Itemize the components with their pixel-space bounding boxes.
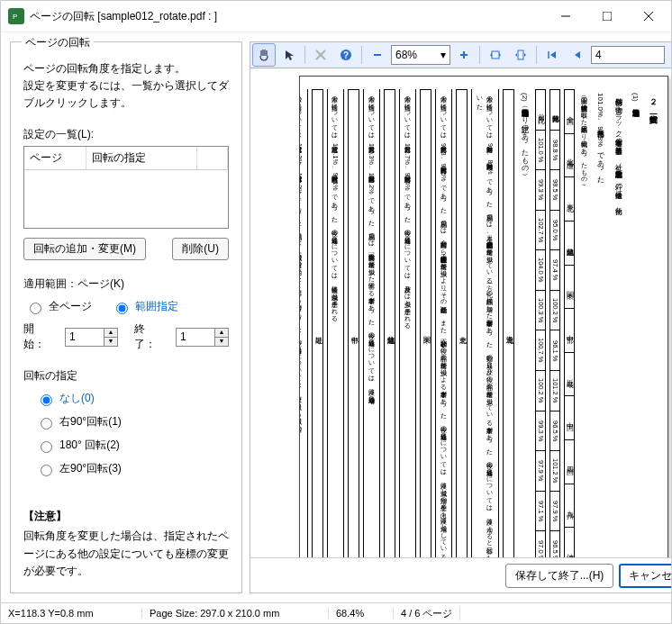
- svg-rect-14: [518, 50, 523, 59]
- preview-viewport[interactable]: ２．一般貨物(1) 地方運輸局等別輸送状況特別積合せ貨物トラック事業者（本年の回…: [250, 68, 671, 557]
- end-input[interactable]: [177, 329, 214, 345]
- zoom-combo[interactable]: 68%▾: [391, 45, 450, 65]
- svg-rect-3: [603, 12, 612, 21]
- radio-none[interactable]: なし(0): [36, 391, 216, 406]
- prev-page-icon[interactable]: [566, 43, 589, 67]
- svg-rect-13: [492, 51, 499, 59]
- arrow-tool[interactable]: [277, 43, 301, 67]
- save-close-button[interactable]: 保存して終了...(H): [505, 564, 614, 588]
- radio-right90[interactable]: 右90°回転(1): [36, 414, 216, 430]
- radio-180[interactable]: 180° 回転(2): [36, 438, 216, 453]
- preview-pane: ? 68%▾ ２．一般貨物(1) 地方運輸局等別輸送状況特別積合せ貨物トラック事…: [250, 41, 671, 593]
- zoom-out-icon[interactable]: [366, 43, 389, 67]
- preview-toolbar: ? 68%▾: [250, 42, 671, 68]
- zoom-in-icon[interactable]: [452, 43, 476, 67]
- start-label: 開始：: [23, 321, 45, 352]
- start-input[interactable]: [66, 329, 104, 345]
- col-rotation: 回転の指定: [86, 147, 197, 169]
- minimize-button[interactable]: [545, 3, 586, 30]
- status-coord: X=118.3 Y=0.8 mm: [1, 608, 142, 619]
- settings-list[interactable]: ページ 回転の指定: [23, 146, 229, 230]
- delete-button[interactable]: 削除(U): [172, 238, 229, 260]
- page-input[interactable]: [591, 46, 665, 64]
- add-change-button[interactable]: 回転の追加・変更(M): [23, 238, 146, 260]
- status-page: 4 / 6 ページ: [394, 607, 460, 620]
- status-zoom: 68.4%: [329, 608, 394, 619]
- panel-title: ページの回転: [22, 35, 94, 50]
- window-title: ページの回転 [sample012_rotate.pdf : ]: [30, 9, 545, 24]
- first-page-icon[interactable]: [540, 43, 564, 67]
- pdf-page: ２．一般貨物(1) 地方運輸局等別輸送状況特別積合せ貨物トラック事業者（本年の回…: [299, 76, 668, 557]
- next-page-icon[interactable]: [667, 43, 671, 67]
- note-heading: 【注意】: [23, 509, 229, 524]
- note-text: 回転角度を変更した場合は、指定されたページにある他の設定についても座標の変更が必…: [23, 528, 229, 580]
- end-spin[interactable]: ▲▼: [176, 328, 229, 347]
- maximize-button[interactable]: [586, 3, 628, 30]
- list-label: 設定の一覧(L):: [23, 127, 229, 142]
- svg-text:?: ?: [343, 50, 349, 60]
- fit-page-icon[interactable]: [509, 43, 532, 67]
- status-pagesize: Page Size: 297.0 x 210.0 mm: [142, 608, 329, 619]
- range-heading: 適用範囲：ページ(K): [23, 276, 229, 292]
- col-page: ページ: [24, 147, 86, 169]
- svg-text:P: P: [13, 13, 17, 21]
- panel-description: ページの回転角度を指定します。 設定を変更するには、一覧から選択してダブルクリッ…: [23, 60, 229, 113]
- close-x-icon[interactable]: [309, 43, 332, 67]
- titlebar: P ページの回転 [sample012_rotate.pdf : ]: [1, 1, 671, 32]
- end-label: 終了：: [134, 321, 156, 352]
- radio-left90[interactable]: 左90°回転(3): [36, 461, 216, 476]
- cancel-button[interactable]: キャンセル(C): [619, 564, 671, 588]
- status-bar: X=118.3 Y=0.8 mm Page Size: 297.0 x 210.…: [1, 602, 671, 623]
- start-spin[interactable]: ▲▼: [65, 328, 118, 347]
- help-icon[interactable]: ?: [334, 43, 358, 67]
- app-icon: P: [8, 8, 24, 24]
- hand-tool[interactable]: [252, 43, 276, 67]
- rotation-heading: 回転の指定: [23, 368, 229, 384]
- radio-range[interactable]: 範囲指定: [112, 299, 178, 314]
- col-spacer: [197, 147, 228, 169]
- radio-all-pages[interactable]: 全ページ: [25, 299, 92, 314]
- fit-width-icon[interactable]: [484, 43, 507, 67]
- settings-panel: ページの回転 ページの回転角度を指定します。 設定を変更するには、一覧から選択し…: [10, 41, 242, 593]
- close-button[interactable]: [628, 3, 669, 30]
